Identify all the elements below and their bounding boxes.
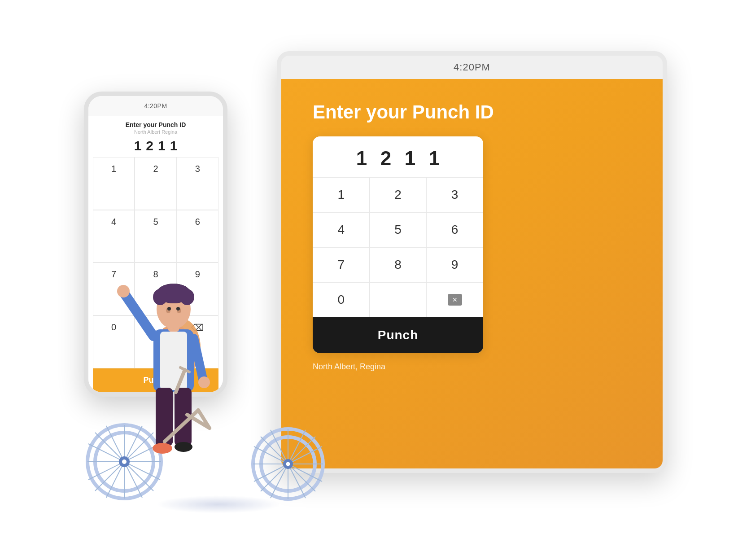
tablet-time: 4:20PM — [454, 61, 490, 73]
tablet: 4:20PM Enter your Punch ID 1 2 1 1 1 2 3… — [277, 51, 667, 473]
svg-point-41 — [153, 289, 167, 305]
svg-rect-27 — [160, 332, 187, 390]
svg-point-45 — [167, 307, 171, 311]
svg-point-29 — [117, 285, 130, 298]
key-9[interactable]: 9 — [426, 247, 483, 282]
person-shadow — [156, 495, 281, 513]
phone-heading: Enter your Punch ID — [126, 121, 186, 128]
svg-point-46 — [176, 307, 180, 311]
svg-point-31 — [198, 376, 210, 388]
phone-pin-digit-3: 1 — [158, 138, 166, 153]
person-illustration — [111, 240, 236, 473]
phone-key-3[interactable]: 3 — [177, 157, 218, 210]
key-6[interactable]: 6 — [426, 212, 483, 247]
tablet-content: Enter your Punch ID 1 2 1 1 1 2 3 4 5 6 … — [281, 79, 663, 468]
phone-pin-display: 1 2 1 1 — [134, 138, 178, 153]
key-1[interactable]: 1 — [313, 177, 370, 212]
svg-line-28 — [124, 293, 153, 336]
key-2[interactable]: 2 — [370, 177, 427, 212]
bike-wheel-right — [250, 426, 326, 502]
phone-pin-digit-1: 1 — [134, 138, 142, 153]
phone-sub: North Albert Regina — [134, 129, 177, 135]
phone-time: 4:20PM — [144, 102, 167, 109]
tablet-location: North Albert, Regina — [313, 362, 385, 372]
phone-pin-digit-4: 1 — [170, 138, 178, 153]
svg-point-36 — [175, 442, 192, 452]
tablet-pin-digit-2: 2 — [378, 147, 394, 170]
phone-status-bar: 4:20PM — [88, 96, 223, 116]
phone-key-2[interactable]: 2 — [135, 157, 176, 210]
tablet-heading: Enter your Punch ID — [313, 101, 494, 123]
punch-button[interactable]: Punch — [313, 317, 483, 353]
tablet-status-bar: 4:20PM — [281, 56, 663, 79]
tablet-keypad: 1 2 1 1 1 2 3 4 5 6 7 8 9 0 — [313, 136, 483, 353]
phone-pin-digit-2: 2 — [146, 138, 153, 153]
svg-line-30 — [194, 338, 203, 379]
phone-key-1[interactable]: 1 — [93, 157, 135, 210]
tablet-home-indicator — [664, 260, 666, 287]
tablet-pin-digit-1: 1 — [354, 147, 370, 170]
tablet-pin-digit-3: 1 — [402, 147, 418, 170]
tablet-key-grid: 1 2 3 4 5 6 7 8 9 0 ✕ — [313, 177, 483, 317]
svg-point-42 — [180, 289, 194, 305]
tablet-pin-digit-4: 1 — [426, 147, 442, 170]
key-8[interactable]: 8 — [370, 247, 427, 282]
svg-point-35 — [153, 443, 172, 454]
key-0[interactable]: 0 — [313, 282, 370, 317]
svg-point-23 — [286, 462, 290, 466]
key-backspace[interactable]: ✕ — [426, 282, 483, 317]
key-empty — [370, 282, 427, 317]
key-4[interactable]: 4 — [313, 212, 370, 247]
key-5[interactable]: 5 — [370, 212, 427, 247]
backspace-icon: ✕ — [448, 294, 462, 306]
key-7[interactable]: 7 — [313, 247, 370, 282]
key-3[interactable]: 3 — [426, 177, 483, 212]
tablet-pin-display: 1 2 1 1 — [313, 136, 483, 177]
scene: 4:20PM Enter your Punch ID 1 2 1 1 1 2 3… — [84, 33, 667, 527]
